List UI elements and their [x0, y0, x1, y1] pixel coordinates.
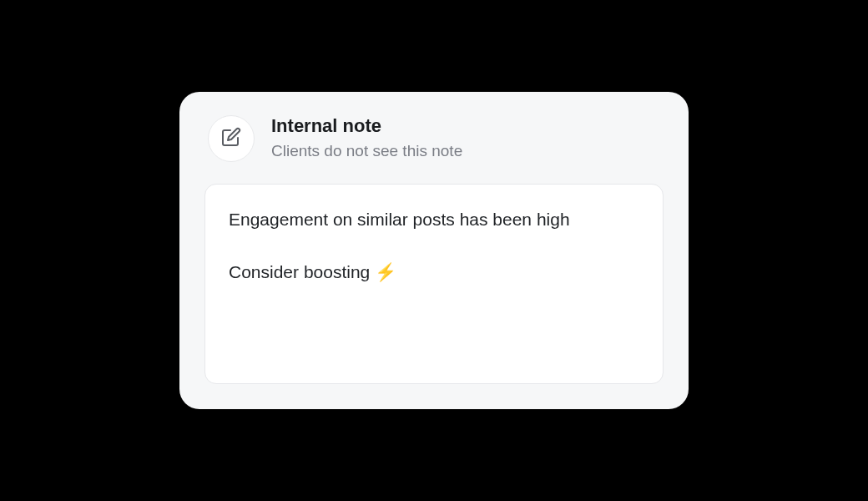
note-subtitle: Clients do not see this note [271, 141, 462, 162]
header-text: Internal note Clients do not see this no… [271, 115, 462, 161]
note-title: Internal note [271, 115, 462, 137]
internal-note-card: Internal note Clients do not see this no… [179, 92, 689, 409]
edit-icon [221, 127, 241, 150]
note-body-input[interactable]: Engagement on similar posts has been hig… [204, 184, 664, 384]
edit-icon-container [208, 115, 255, 162]
card-header: Internal note Clients do not see this no… [204, 115, 664, 162]
